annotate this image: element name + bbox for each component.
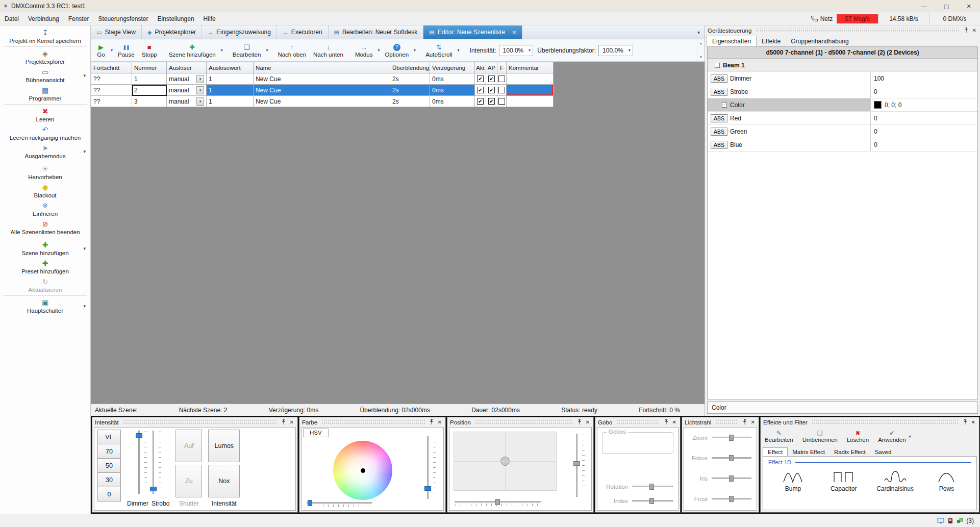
group-row-beam[interactable]: − Beam 1 (708, 59, 977, 72)
param-value[interactable]: 0 (870, 112, 977, 124)
rotation-slider[interactable] (632, 483, 673, 491)
move-up-button[interactable]: ↑ Nach oben (274, 43, 310, 58)
strobo-slider-thumb[interactable] (150, 487, 157, 491)
intensity-combobox[interactable]: 100.0% ▾ (499, 45, 534, 56)
shutter-close-button[interactable]: Zu (175, 465, 202, 497)
delete-effect-button[interactable]: ✖ Löschen (847, 430, 869, 443)
sidebar-item-projekt-speichern[interactable]: ↧ Projekt im Kernel speichern (0, 27, 90, 45)
param-row-strobe[interactable]: ABS Strobe 0 (708, 85, 977, 98)
effect-pows[interactable]: Pows (929, 469, 964, 492)
abs-mode-button[interactable]: ABS (711, 88, 727, 96)
drag-texture[interactable] (123, 420, 277, 424)
pan-slider[interactable] (455, 498, 541, 506)
drag-texture[interactable] (715, 420, 738, 424)
iris-slider-thumb[interactable] (729, 475, 734, 482)
chevron-down-icon[interactable]: ▾ (376, 48, 381, 53)
param-value[interactable]: 100 (870, 72, 977, 85)
tab-hsv[interactable]: HSV (303, 429, 329, 437)
param-value[interactable]: 0 (870, 125, 977, 138)
col-nummer[interactable]: Nummer (132, 62, 167, 73)
effect-capacitor[interactable]: Capacitor (826, 469, 861, 492)
abs-mode-button[interactable]: ABS (711, 141, 727, 149)
abs-mode-button[interactable]: ABS (711, 74, 727, 83)
fade-factor-combobox[interactable]: 100.0% ▾ (598, 45, 633, 56)
frost-slider[interactable] (712, 495, 751, 503)
drag-texture[interactable] (475, 420, 573, 424)
close-icon[interactable]: ✕ (970, 419, 976, 425)
sidebar-item-projektexplorer[interactable]: ◈ Projektexplorer (0, 48, 90, 66)
tab-eigenschaften[interactable]: Eigenschaften (707, 36, 757, 46)
f-checkbox[interactable] (498, 76, 505, 82)
close-button[interactable]: ✕ (958, 0, 980, 12)
chevron-down-icon[interactable]: ▾ (83, 149, 86, 154)
dimmer-slider[interactable] (135, 430, 147, 495)
preset-30-button[interactable]: 30 (97, 472, 121, 487)
shutter-open-button[interactable]: Auf (175, 430, 202, 462)
apply-effect-button[interactable]: ✔ Anwenden (878, 430, 906, 443)
param-row-dimmer[interactable]: ABS Dimmer 100 (708, 72, 977, 85)
saturation-slider-thumb[interactable] (308, 500, 312, 506)
scroll-up-icon[interactable]: ▴ (700, 41, 702, 45)
drag-texture[interactable] (616, 420, 659, 424)
tab-stage-view[interactable]: ▭ Stage View (91, 26, 142, 39)
abs-mode-button[interactable]: ABS (711, 128, 727, 136)
chevron-down-icon[interactable]: ▾ (412, 48, 417, 53)
col-fortschritt[interactable]: Fortschritt (91, 62, 132, 73)
sidebar-item-hervorheben[interactable]: ☀ Hervorheben (0, 163, 90, 182)
tab-effekte[interactable]: Effekte (757, 36, 786, 46)
chevron-down-icon[interactable]: ▾ (196, 75, 204, 83)
color-value[interactable]: 0; 0; 0 (870, 98, 977, 111)
sidebar-item-leeren-undo[interactable]: ↶ Leeren rückgängig machen (0, 124, 90, 142)
value-slider-thumb[interactable] (424, 486, 431, 491)
chevron-down-icon[interactable]: ▾ (83, 246, 86, 251)
col-ausloesewert[interactable]: Auslösewert (207, 62, 254, 73)
drag-texture[interactable] (321, 420, 425, 424)
pin-icon[interactable] (964, 28, 969, 34)
tab-overflow-caret[interactable]: ▾ (693, 26, 705, 39)
sidebar-item-einfrieren[interactable]: ❄ Einfrieren (0, 200, 90, 218)
iris-slider[interactable] (712, 474, 751, 483)
col-ueberblendung[interactable]: Überblendung (390, 62, 430, 73)
move-down-button[interactable]: ↓ Nach unten (310, 43, 347, 58)
chevron-down-icon[interactable]: ▾ (109, 48, 114, 53)
drag-texture[interactable] (812, 420, 959, 424)
group-row-color[interactable]: − Color 0; 0; 0 (708, 98, 977, 112)
param-row-green[interactable]: ABS Green 0 (708, 125, 977, 138)
ap-checkbox[interactable]: ✔ (488, 87, 495, 93)
param-value[interactable]: 0 (870, 85, 977, 98)
drag-texture[interactable] (756, 28, 959, 33)
param-row-blue[interactable]: ABS Blue 0 (708, 138, 977, 152)
status-connections-icon[interactable] (957, 518, 963, 524)
minimize-button[interactable]: — (913, 0, 935, 12)
tab-matrix-effect[interactable]: Matrix Effect (788, 448, 830, 456)
collapse-icon[interactable]: − (722, 103, 727, 108)
fokus-slider-thumb[interactable] (729, 455, 734, 461)
edit-button[interactable]: ❏ Bearbeiten (229, 43, 265, 58)
akt-checkbox[interactable]: ✔ (477, 98, 484, 105)
close-icon[interactable]: ✕ (671, 419, 677, 425)
pin-icon[interactable] (664, 419, 669, 425)
effect-bump[interactable]: Bump (775, 469, 811, 492)
stop-button[interactable]: ■ Stopp (138, 43, 161, 58)
menu-verbindung[interactable]: Verbindung (23, 15, 64, 22)
chevron-down-icon[interactable]: ▾ (264, 48, 269, 53)
preset-0-button[interactable]: 0 (97, 487, 121, 501)
chevron-down-icon[interactable]: ▾ (908, 434, 913, 439)
sidebar-item-leeren[interactable]: ✖ Leeren (0, 106, 90, 124)
zoom-slider[interactable] (712, 434, 751, 442)
autoscroll-button[interactable]: ⇅ AutoScroll (422, 43, 456, 58)
preset-50-button[interactable]: 50 (97, 458, 121, 473)
tab-saved[interactable]: Saved (870, 448, 896, 456)
col-name[interactable]: Name (254, 62, 390, 73)
menu-datei[interactable]: Datei (0, 15, 23, 22)
tab-projektexplorer[interactable]: ◈ Projektexplorer (142, 26, 202, 39)
sidebar-item-blackout[interactable]: ◉ Blackout (0, 182, 90, 200)
menu-hilfe[interactable]: Hilfe (199, 15, 220, 22)
pin-icon[interactable] (429, 419, 434, 425)
sidebar-item-szenenlisten-beenden[interactable]: ⊘ Alle Szenenlisten beenden (0, 218, 90, 237)
tab-eingangszuweisung[interactable]: → Eingangszuweisung (202, 26, 277, 39)
tab-executoren[interactable]: → Executoren (277, 26, 329, 39)
akt-checkbox[interactable]: ✔ (477, 76, 484, 82)
col-ausloeser[interactable]: Auslöser (167, 62, 207, 73)
rename-effect-button[interactable]: ❏ Umbenennen (802, 430, 838, 443)
